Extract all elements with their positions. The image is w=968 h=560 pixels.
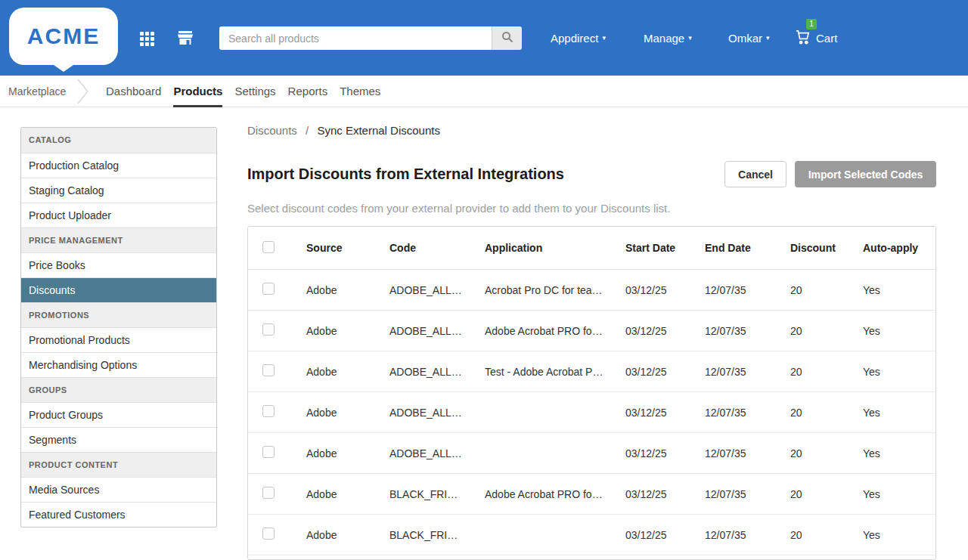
cell-end-date: 12/07/35	[705, 366, 790, 378]
table-row: AdobeBLACK_FRI…Adobe Acrobat PRO fo…03/1…	[248, 474, 935, 515]
page-subtitle: Select discount codes from your external…	[247, 202, 670, 215]
sidebar-item-merchandising-options[interactable]: Merchandising Options	[21, 352, 216, 377]
cell-auto-apply: Yes	[863, 447, 935, 459]
tab-settings[interactable]: Settings	[234, 76, 275, 107]
sidebar-item-featured-customers[interactable]: Featured Customers	[21, 502, 216, 527]
sidebar-section-header: PROMOTIONS	[21, 302, 216, 327]
cell-code: BLACK_FRI…	[389, 488, 485, 500]
tab-products[interactable]: Products	[173, 76, 222, 107]
top-header: ACME A	[0, 0, 968, 76]
cell-auto-apply: Yes	[863, 284, 935, 296]
row-checkbox[interactable]	[262, 405, 275, 417]
cell-start-date: 03/12/25	[625, 447, 705, 459]
menu-manage-label: Manage	[644, 32, 684, 45]
tab-themes[interactable]: Themes	[340, 76, 380, 107]
sidebar-item-media-sources[interactable]: Media Sources	[21, 477, 216, 502]
sidebar-item-product-uploader[interactable]: Product Uploader	[21, 203, 216, 227]
sidebar-item-segments[interactable]: Segments	[21, 427, 216, 452]
breadcrumb-separator: /	[306, 124, 309, 137]
sidebar-item-discounts[interactable]: Discounts	[21, 277, 216, 302]
acme-logo[interactable]: ACME	[9, 8, 118, 65]
row-checkbox[interactable]	[262, 364, 275, 376]
row-checkbox[interactable]	[262, 323, 275, 336]
table-row: AdobeADOBE_ALL…03/12/2512/07/3520Yes	[248, 392, 935, 433]
table-row: AdobeBLACK_FRI…03/12/2512/07/3520Yes	[248, 515, 935, 555]
cell-end-date: 12/07/35	[705, 488, 790, 500]
apps-grid-icon[interactable]	[140, 32, 154, 46]
discounts-table: SourceCodeApplicationStart DateEnd DateD…	[247, 226, 936, 560]
cell-end-date: 12/07/35	[705, 529, 790, 541]
row-checkbox[interactable]	[262, 283, 275, 295]
cell-discount: 20	[790, 529, 863, 541]
cell-application: Adobe Acrobat PRO fo…	[485, 325, 625, 337]
menu-appdirect-label: Appdirect	[551, 32, 598, 45]
tab-reports[interactable]: Reports	[288, 76, 328, 107]
sidebar-item-promotional-products[interactable]: Promotional Products	[21, 327, 216, 352]
table-row: AdobeADOBE_ALL…03/12/2512/07/3520Yes	[248, 433, 935, 474]
sidebar-item-product-groups[interactable]: Product Groups	[21, 402, 216, 427]
menu-user[interactable]: Omkar ▾	[728, 0, 770, 76]
page: ACME A	[0, 0, 968, 560]
cell-start-date: 03/12/25	[625, 325, 705, 337]
breadcrumb-parent[interactable]: Discounts	[247, 124, 297, 137]
cancel-button[interactable]: Cancel	[724, 161, 786, 187]
cell-auto-apply: Yes	[863, 325, 935, 337]
select-all-checkbox[interactable]	[262, 241, 275, 253]
cell-end-date: 12/07/35	[705, 447, 790, 459]
cell-source: Adobe	[306, 447, 389, 459]
search-button[interactable]	[492, 26, 522, 50]
cell-source: Adobe	[306, 488, 389, 500]
cell-discount: 20	[790, 447, 863, 459]
sidebar-item-price-books[interactable]: Price Books	[21, 252, 216, 277]
row-checkbox[interactable]	[262, 528, 275, 540]
caret-down-icon: ▾	[602, 34, 606, 42]
column-header-start-date: Start Date	[625, 242, 705, 254]
search-input[interactable]	[219, 26, 492, 50]
search-icon	[501, 31, 513, 45]
cell-source: Adobe	[306, 529, 389, 541]
menu-manage[interactable]: Manage ▾	[644, 0, 692, 76]
sidebar-section-header: PRICE MANAGEMENT	[21, 227, 216, 252]
menu-appdirect[interactable]: Appdirect ▾	[551, 0, 606, 76]
subnav-marketplace[interactable]: Marketplace	[8, 76, 66, 107]
cell-checkbox	[248, 446, 306, 460]
column-header-end-date: End Date	[705, 242, 790, 254]
cell-code: ADOBE_ALL…	[389, 366, 485, 378]
page-title: Import Discounts from External Integrati…	[247, 166, 564, 183]
cell-auto-apply: Yes	[863, 488, 935, 500]
sidebar-item-staging-catalog[interactable]: Staging Catalog	[21, 178, 216, 203]
table-row: AdobeADOBE_ALL…Test - Adobe Acrobat P…03…	[248, 351, 935, 392]
sidebar-section-header: PRODUCT CONTENT	[21, 452, 216, 477]
sidebar-item-production-catalog[interactable]: Production Catalog	[21, 153, 216, 178]
cell-discount: 20	[790, 488, 863, 500]
import-selected-codes-button[interactable]: Import Selected Codes	[795, 161, 936, 187]
cell-start-date: 03/12/25	[625, 488, 705, 500]
cell-end-date: 12/07/35	[705, 325, 790, 337]
cell-discount: 20	[790, 366, 863, 378]
breadcrumb-chevron-icon	[76, 79, 91, 107]
caret-down-icon: ▾	[766, 34, 770, 42]
menu-user-label: Omkar	[728, 32, 762, 45]
storefront-icon[interactable]	[176, 29, 194, 50]
sidebar-section-header: CATALOG	[21, 128, 216, 153]
cell-source: Adobe	[306, 407, 389, 419]
cell-start-date: 03/12/25	[625, 407, 705, 419]
cell-checkbox	[248, 487, 306, 501]
table-row: AdobeADOBE_ALL…Acrobat Pro DC for tea…03…	[248, 270, 935, 311]
logo-text: ACME	[27, 23, 100, 49]
cell-end-date: 12/07/35	[705, 284, 790, 296]
cart-button[interactable]: 1 Cart	[794, 0, 837, 76]
column-header-source: Source	[306, 242, 389, 254]
table-row: AdobeADOBE_ALL…Adobe Acrobat PRO fo…03/1…	[248, 311, 935, 351]
caret-down-icon: ▾	[688, 34, 692, 42]
tab-dashboard[interactable]: Dashboard	[106, 76, 161, 107]
cell-code: ADOBE_ALL…	[389, 325, 485, 337]
cell-code: ADOBE_ALL…	[389, 407, 485, 419]
cell-checkbox	[248, 323, 306, 338]
cell-discount: 20	[790, 407, 863, 419]
row-checkbox[interactable]	[262, 446, 275, 458]
cell-source: Adobe	[306, 325, 389, 337]
cell-end-date: 12/07/35	[705, 407, 790, 419]
cell-start-date: 03/12/25	[625, 529, 705, 541]
row-checkbox[interactable]	[262, 487, 275, 499]
